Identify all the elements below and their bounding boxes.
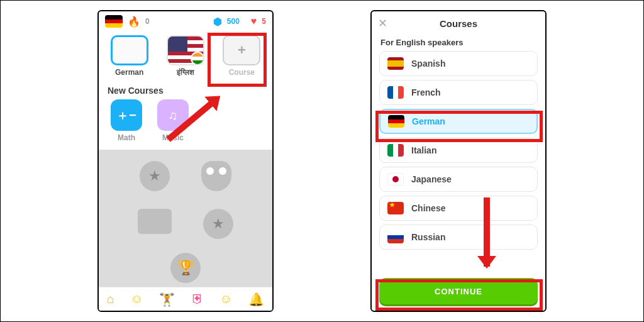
flame-icon[interactable]: 🔥 bbox=[128, 16, 140, 28]
screen-courses: ✕ Courses For English speakers SpanishFr… bbox=[370, 10, 547, 312]
russian-flag-icon bbox=[387, 231, 404, 243]
language-row-russian[interactable]: Russian bbox=[379, 225, 538, 250]
language-row-chinese[interactable]: Chinese bbox=[379, 196, 538, 221]
lesson-path: ★ ★ 🏆 bbox=[99, 150, 272, 287]
courses-header: ✕ Courses bbox=[372, 11, 545, 35]
language-label: Italian bbox=[411, 145, 436, 155]
chinese-flag-icon bbox=[387, 202, 404, 214]
new-course-math[interactable]: ＋− Math bbox=[108, 99, 145, 142]
section-new-courses: New Courses bbox=[99, 82, 272, 97]
course-english-hi[interactable]: इंग्लिश bbox=[161, 35, 209, 77]
hearts-value: 5 bbox=[262, 17, 266, 26]
germany-flag-icon bbox=[111, 35, 148, 65]
italian-flag-icon bbox=[387, 144, 404, 157]
add-course[interactable]: + Course bbox=[218, 35, 266, 77]
home-icon[interactable]: ⌂ bbox=[107, 292, 114, 306]
chest-icon[interactable] bbox=[138, 209, 172, 234]
new-course-label: Math bbox=[118, 133, 135, 142]
language-row-italian[interactable]: Italian bbox=[379, 138, 538, 163]
heart-icon[interactable]: ♥ bbox=[251, 16, 257, 27]
language-label: Chinese bbox=[411, 203, 445, 213]
language-label: French bbox=[411, 87, 441, 97]
gems-value: 500 bbox=[227, 17, 240, 26]
courses-title: Courses bbox=[440, 18, 477, 29]
course-label: Course bbox=[229, 68, 255, 77]
spanish-flag-icon bbox=[387, 57, 404, 70]
course-tabs: German इंग्लिश + Course bbox=[99, 31, 272, 82]
germany-flag-icon[interactable] bbox=[105, 15, 123, 28]
plus-icon: + bbox=[223, 35, 260, 65]
lesson-node-star[interactable]: ★ bbox=[140, 161, 170, 191]
continue-button[interactable]: CONTINUE bbox=[379, 278, 538, 304]
language-row-spanish[interactable]: Spanish bbox=[379, 51, 538, 76]
language-list: SpanishFrenchGermanItalianJapaneseChines… bbox=[372, 51, 545, 273]
courses-subtitle: For English speakers bbox=[372, 35, 545, 51]
language-label: Spanish bbox=[411, 58, 445, 69]
lesson-node-trophy[interactable]: 🏆 bbox=[170, 253, 201, 283]
bell-icon[interactable]: 🔔 bbox=[248, 292, 264, 307]
bottom-nav: ⌂ ☺ 🏋 ⛨ ☺ 🔔 bbox=[99, 287, 272, 311]
streak-value: 0 bbox=[145, 17, 150, 26]
leagues-icon[interactable]: ⛨ bbox=[191, 292, 204, 306]
language-row-japanese[interactable]: Japanese bbox=[379, 167, 538, 192]
character-icon[interactable]: ☺ bbox=[130, 292, 143, 306]
continue-label: CONTINUE bbox=[435, 287, 482, 296]
us-india-flag-icon bbox=[167, 35, 204, 65]
german-flag-icon bbox=[388, 115, 404, 128]
practice-icon[interactable]: 🏋 bbox=[159, 292, 175, 307]
lesson-node-star[interactable]: ★ bbox=[203, 209, 233, 239]
course-label: इंग्लिश bbox=[177, 68, 194, 77]
feed-icon[interactable]: ☺ bbox=[219, 292, 232, 306]
annotation-arrow bbox=[484, 197, 490, 267]
math-icon: ＋− bbox=[111, 99, 142, 131]
continue-wrap: CONTINUE bbox=[372, 273, 545, 311]
language-label: Japanese bbox=[411, 174, 452, 184]
language-row-french[interactable]: French bbox=[379, 80, 538, 105]
language-label: Russian bbox=[411, 232, 445, 242]
language-label: German bbox=[412, 116, 445, 126]
course-german[interactable]: German bbox=[105, 35, 153, 77]
course-label: German bbox=[115, 68, 143, 77]
owl-icon bbox=[201, 161, 231, 191]
japanese-flag-icon bbox=[387, 173, 404, 186]
french-flag-icon bbox=[387, 86, 404, 99]
language-row-german[interactable]: German bbox=[379, 109, 538, 134]
close-icon[interactable]: ✕ bbox=[378, 16, 387, 30]
stats-bar: 🔥 0 ⬢ 500 ♥ 5 bbox=[99, 11, 272, 31]
screen-home: 🔥 0 ⬢ 500 ♥ 5 German इंग्लिश + Course Ne… bbox=[97, 10, 274, 312]
gem-icon[interactable]: ⬢ bbox=[213, 16, 222, 28]
